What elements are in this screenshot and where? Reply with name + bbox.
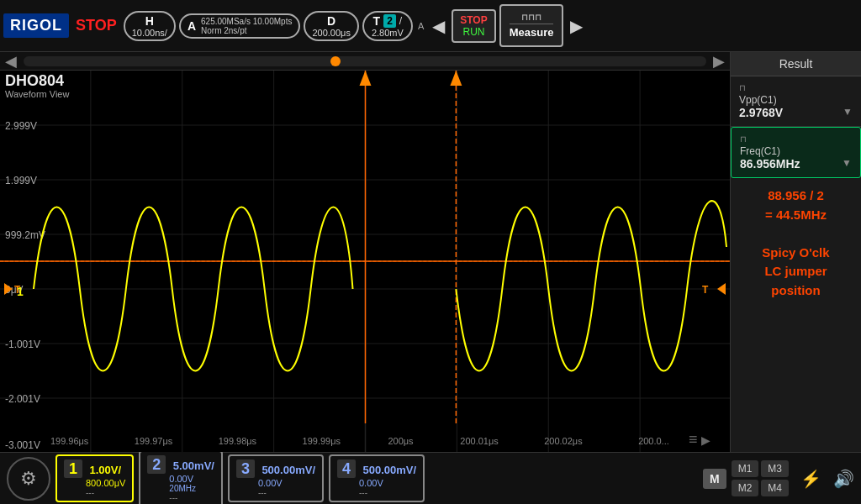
svg-text:200.02μs: 200.02μs [544,436,583,446]
h-value: 10.00ns/ [132,28,167,38]
ch1-scale: 1.00V/ [89,464,121,476]
vpp-label: Vpp(C1) [739,94,853,106]
svg-text:-1.001V: -1.001V [5,339,40,350]
ch1-dots: --- [86,488,125,497]
svg-text:200μs: 200μs [388,436,414,446]
vpp-value: 2.9768V▼ [739,106,853,119]
waveform-position-marker [330,56,341,66]
h-timebase-pill[interactable]: H 10.00ns/ [124,11,176,41]
waveform-view-label: Waveform View [5,89,69,99]
d-delay-pill[interactable]: D 200.00μs [304,11,358,41]
a-line1: 625.00MSa/s 10.00Mpts [201,17,292,26]
run-text: RUN [460,26,487,38]
nav-right-arrow[interactable]: ▶ [567,16,586,36]
usb-icon: ⚡ [794,469,828,489]
ch4-offset: 0.00V [359,478,416,488]
t-value: 2.80mV [372,28,404,38]
ch3-number: 3 [236,459,255,478]
svg-text:200.01μs: 200.01μs [460,436,499,446]
m2-button[interactable]: M2 [732,480,759,496]
channel-2-button[interactable]: 2 5.00mV/ 0.00V 20MHz --- [139,450,223,505]
svg-text:1.999V: 1.999V [5,175,37,186]
rigol-logo: RIGOL [3,13,69,38]
measure-label: Measure [510,26,554,39]
channel-1-button[interactable]: 1 1.00V/ 800.00μV --- [55,454,134,502]
right-panel: Result ⊓ Vpp(C1) 2.9768V▼ ⊓ Freq(C1) 86.… [731,52,861,452]
a-label: A [188,19,196,33]
t-slash: / [399,15,402,27]
freq-value: 86.956MHz▼ [740,157,852,171]
freq-label: Freq(C1) [740,145,852,157]
speaker-icon: 🔊 [833,469,854,489]
stop-text: STOP [460,14,487,26]
svg-text:999.2mV: 999.2mV [5,229,45,241]
scroll-left-icon[interactable]: ◀ [5,52,17,71]
annotation-line1: 88.956 / 2 [739,186,853,206]
a-acquire-pill[interactable]: A 625.00MSa/s 10.00Mpts Norm 2ns/pt [179,13,301,39]
freq-icon: ⊓ [740,134,852,144]
waveform-nav-bar: ◀ ▶ [0,52,730,71]
ch2-dots: --- [169,493,214,502]
ch4-scale: 500.00mV/ [362,464,416,476]
svg-text:T: T [702,284,709,296]
top-bar: RIGOL STOP H 10.00ns/ A 625.00MSa/s 10.0… [0,0,861,52]
svg-text:199.99μs: 199.99μs [303,436,341,446]
annotation-block: 88.956 / 2 = 44.5MHz Spicy O'clk LC jump… [731,178,861,308]
annotation-line5: position [739,281,853,301]
svg-text:200.0...: 200.0... [638,436,669,446]
ch2-offset: 0.00V [169,474,214,484]
svg-text:▶: ▶ [701,433,710,447]
svg-text:≡: ≡ [689,431,697,448]
h-label: H [145,14,154,28]
freq-dropdown-arrow[interactable]: ▼ [842,157,852,169]
scroll-right-icon[interactable]: ▶ [713,52,725,71]
m3-button[interactable]: M3 [761,460,789,477]
svg-text:1: 1 [17,285,24,298]
channel-3-button[interactable]: 3 500.00mV/ 0.00V --- [228,454,324,502]
stop-badge: STOP [72,17,120,34]
channel-4-button[interactable]: 4 500.00mV/ 0.00V --- [329,454,425,502]
m1-button[interactable]: M1 [732,460,759,477]
ch3-offset: 0.00V [258,478,315,488]
nav-left-arrow[interactable]: ◀ [429,16,448,36]
freq-measure-item[interactable]: ⊓ Freq(C1) 86.956MHz▼ [731,127,861,178]
bottom-bar: ⚙ 1 1.00V/ 800.00μV --- 2 5.00mV/ 0.00V … [0,452,861,504]
device-name: DHO804 [5,72,64,90]
stop-run-button[interactable]: STOP RUN [452,9,495,43]
ch2-number: 2 [147,455,166,474]
t-trigger-pill[interactable]: T 2 / 2.80mV [362,11,413,41]
m4-button[interactable]: M4 [761,480,789,496]
ch3-scale: 500.00mV/ [261,464,315,476]
ch2-freq: 20MHz [169,484,214,493]
vpp-dropdown-arrow[interactable]: ▼ [843,106,853,118]
settings-gear-button[interactable]: ⚙ [7,457,50,501]
main-area: ◀ ▶ DHO804 Waveform View [0,52,861,452]
d-label: D [327,14,335,28]
svg-text:199.98μs: 199.98μs [219,436,257,446]
measure-button[interactable]: ⊓⊓⊓ Measure [499,4,564,47]
annotation-line4: LC jumper [739,262,853,281]
waveform-panel: ◀ ▶ DHO804 Waveform View [0,52,731,452]
ch4-number: 4 [337,459,356,478]
a-line2: Norm 2ns/pt [201,26,292,35]
mx-buttons-grid: M1 M3 M2 M4 [732,460,789,496]
vpp-measure-item[interactable]: ⊓ Vpp(C1) 2.9768V▼ [731,76,861,127]
waveform-canvas[interactable]: 2.999V 1.999V 999.2mV 0μV -1.001V -2.001… [0,71,730,452]
annotation-line3: Spicy O'clk [739,244,853,263]
waveform-scroll-bar[interactable] [24,56,706,66]
ch2-scale: 5.00mV/ [173,459,214,472]
t-suffix: A [416,21,425,31]
svg-text:199.97μs: 199.97μs [135,436,173,446]
ch3-dots: --- [258,488,315,497]
svg-text:-2.001V: -2.001V [5,393,40,405]
t-ch-box: 2 [383,14,396,28]
waveform-svg: 2.999V 1.999V 999.2mV 0μV -1.001V -2.001… [0,71,730,452]
annotation-line2: = 44.5MHz [739,206,853,225]
vpp-icon: ⊓ [739,83,853,92]
svg-text:-3.001V: -3.001V [5,439,40,451]
t-label: T [373,14,381,28]
result-header: Result [731,52,861,76]
d-value: 200.00μs [312,28,350,38]
ch1-number: 1 [64,459,82,478]
ch4-dots: --- [359,488,416,497]
